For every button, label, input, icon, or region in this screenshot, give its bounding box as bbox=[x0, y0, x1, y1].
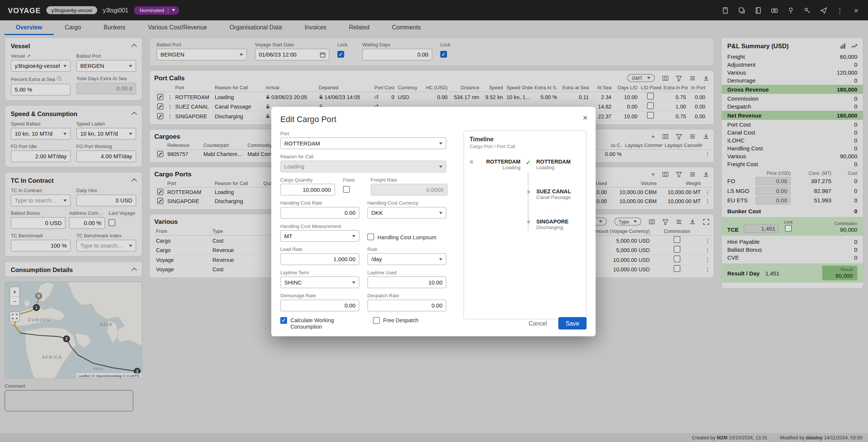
dialog-title: Edit Cargo Port bbox=[280, 115, 587, 124]
port-select[interactable]: ROTTERDAM bbox=[280, 138, 446, 150]
close-icon[interactable]: × bbox=[583, 113, 588, 122]
timeline-marker bbox=[523, 188, 534, 194]
laytime-used-input[interactable]: 10.00 bbox=[367, 277, 446, 289]
timeline-rows: ≡ ROTTERDAM Loading ROTTERDAM Loading bbox=[470, 158, 581, 230]
edit-cargo-port-dialog: Edit Cargo Port × Port ROTTERDAM Reason … bbox=[271, 107, 596, 336]
chevron-down-icon bbox=[352, 235, 356, 237]
chevron-down-icon bbox=[439, 165, 443, 168]
cargo-quantity-input[interactable]: 10,000.000 bbox=[280, 184, 335, 196]
timeline-cargo-port-name: ROTTERDAM bbox=[479, 158, 521, 165]
port-label: Port bbox=[280, 131, 446, 136]
handling-cost-rate-label: Handling Cost Rate bbox=[280, 200, 359, 206]
timeline-port-call-name: SUEZ CANAL bbox=[536, 188, 581, 195]
timeline-port-call-reason: Canal Passage bbox=[536, 194, 581, 200]
timeline-marker bbox=[523, 218, 534, 223]
timeline-marker bbox=[523, 158, 534, 166]
despatch-rate-input[interactable]: 0.00 bbox=[367, 300, 446, 312]
freight-rate-label: Freight Rate bbox=[371, 177, 448, 183]
rule-select[interactable]: /day bbox=[367, 253, 446, 265]
handling-cost-measurement-label: Handling Cost Measurement bbox=[280, 223, 359, 229]
laytime-term-select[interactable]: SHINC bbox=[280, 277, 359, 289]
laytime-used-label: Laytime Used bbox=[367, 270, 446, 275]
timeline-row[interactable]: ≡ SUEZ CANAL Canal Passage bbox=[470, 188, 581, 200]
load-rate-input[interactable]: 1,000.00 bbox=[280, 253, 359, 265]
calculate-working-consumption-checkbox[interactable] bbox=[280, 317, 287, 324]
handling-cost-rate-input[interactable]: 0.00 bbox=[280, 207, 359, 219]
cancel-button[interactable]: Cancel bbox=[526, 318, 549, 329]
reason-for-call-select: Loading bbox=[280, 161, 446, 173]
demurrage-rate-label: Demurrage Rate bbox=[280, 293, 359, 298]
reason-for-call-label: Reason for Call bbox=[280, 154, 446, 159]
timeline-port-call-name: ROTTERDAM bbox=[536, 158, 581, 165]
chevron-down-icon bbox=[352, 281, 356, 283]
timeline-port-call-name: SINGAPORE bbox=[536, 218, 581, 225]
handling-cost-lumpsum-checkbox[interactable] bbox=[367, 234, 374, 240]
drag-handle-icon[interactable]: ≡ bbox=[470, 158, 479, 165]
timeline-row[interactable]: ≡ ROTTERDAM Loading ROTTERDAM Loading bbox=[470, 158, 581, 170]
cargo-quantity-label: Cargo Quantity bbox=[280, 177, 335, 183]
despatch-rate-label: Despatch Rate bbox=[367, 293, 446, 298]
free-despatch-checkbox[interactable] bbox=[373, 317, 380, 324]
voyage-app: VOYAGE y3tsgioe4g-vessel y3tsgi001 Nomin… bbox=[0, 0, 868, 442]
timeline-title: Timeline bbox=[470, 136, 581, 142]
rule-label: Rule bbox=[367, 246, 446, 252]
calculate-working-consumption-label: Calculate Working Consumption bbox=[290, 317, 353, 330]
timeline-port-call-reason: Discharging bbox=[536, 225, 581, 230]
freight-rate-input: 0.0000 bbox=[371, 184, 448, 196]
cargo-port-form: Port ROTTERDAM Reason for Call Loading C… bbox=[280, 131, 448, 334]
fixed-label: Fixed bbox=[343, 177, 363, 183]
timeline-cargo-port-reason: Loading bbox=[479, 165, 521, 170]
laytime-term-label: Laytime Term bbox=[280, 270, 359, 275]
chevron-down-icon bbox=[439, 142, 443, 144]
timeline-panel: Timeline Cargo Port / Port Call ≡ ROTTER… bbox=[463, 131, 587, 320]
chevron-down-icon bbox=[439, 212, 443, 214]
timeline-port-call-reason: Loading bbox=[536, 165, 581, 170]
handling-cost-lumpsum-label: Handling Cost Lumpsum bbox=[377, 234, 436, 240]
handling-cost-currency-select[interactable]: DKK bbox=[367, 207, 446, 219]
timeline-row[interactable]: ≡ SINGAPORE Discharging bbox=[470, 218, 581, 230]
timeline-subtitle: Cargo Port / Port Call bbox=[470, 144, 581, 149]
fixed-checkbox[interactable] bbox=[343, 186, 350, 193]
load-rate-label: Load Rate bbox=[280, 246, 359, 252]
demurrage-rate-input[interactable]: 0.00 bbox=[280, 300, 359, 312]
handling-cost-currency-label: Handling Cost Currency bbox=[367, 200, 446, 206]
chevron-down-icon bbox=[439, 258, 443, 260]
free-despatch-label: Free Despatch bbox=[383, 317, 418, 324]
save-button[interactable]: Save bbox=[558, 317, 587, 330]
handling-cost-measurement-select[interactable]: MT bbox=[280, 230, 359, 242]
